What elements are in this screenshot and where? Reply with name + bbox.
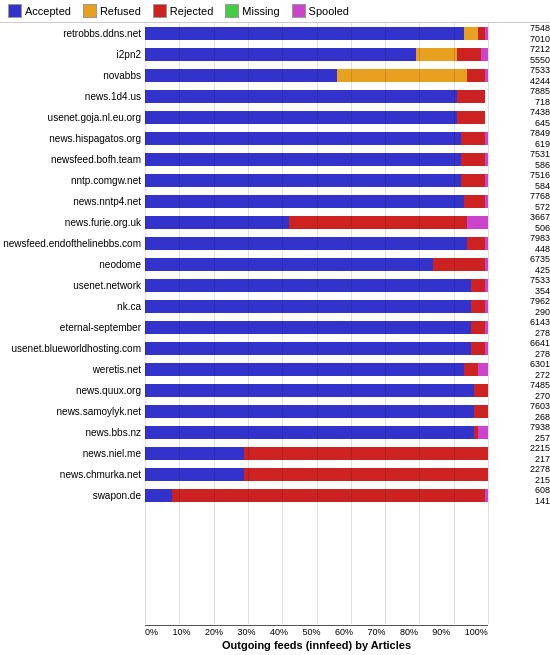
legend: AcceptedRefusedRejectedMissingSpooled (0, 0, 550, 23)
bar-segment-accepted (145, 90, 457, 103)
val-top: 7603 (530, 401, 550, 411)
grid-line (282, 23, 283, 624)
legend-label-missing: Missing (242, 5, 279, 17)
bar-segment-rejected (474, 384, 488, 397)
row-label: i2pn2 (0, 44, 145, 65)
row-label: newsfeed.bofh.team (0, 149, 145, 170)
row-label: usenet.network (0, 275, 145, 296)
val-bot: 645 (535, 118, 550, 128)
x-tick: 0% (145, 627, 158, 637)
row-values: 7516584 (488, 170, 550, 191)
val-top: 7849 (530, 128, 550, 138)
row-label: news.nntp4.net (0, 191, 145, 212)
x-tick: 80% (400, 627, 418, 637)
bar-segment-rejected (244, 447, 488, 460)
val-bot: 278 (535, 328, 550, 338)
val-top: 7438 (530, 107, 550, 117)
row-label: news.1d4.us (0, 86, 145, 107)
legend-item-missing: Missing (225, 4, 279, 18)
val-bot: 290 (535, 307, 550, 317)
val-top: 7531 (530, 149, 550, 159)
bar-segment-accepted (145, 258, 433, 271)
bar-segment-accepted (145, 363, 464, 376)
bar-segment-rejected (457, 90, 484, 103)
bar-segment-accepted (145, 468, 244, 481)
row-label: newsfeed.endofthelinebbs.com (0, 233, 145, 254)
bar-segment-rejected (474, 405, 488, 418)
bar-segment-accepted (145, 342, 471, 355)
row-label: news.hispagatos.org (0, 128, 145, 149)
val-bot: 718 (535, 97, 550, 107)
bar-segment-accepted (145, 384, 474, 397)
bar-segment-rejected (457, 48, 481, 61)
val-bot: 425 (535, 265, 550, 275)
row-values: 6735425 (488, 254, 550, 275)
row-values: 6143278 (488, 317, 550, 338)
row-label: nk.ca (0, 296, 145, 317)
row-label: news.chmurka.net (0, 464, 145, 485)
bar-segment-rejected (471, 279, 485, 292)
row-label: nntp.comgw.net (0, 170, 145, 191)
legend-item-spooled: Spooled (292, 4, 349, 18)
val-bot: 448 (535, 244, 550, 254)
bar-segment-rejected (467, 69, 484, 82)
bar-segment-accepted (145, 489, 172, 502)
val-bot: 4244 (530, 76, 550, 86)
grid-line (385, 23, 386, 624)
val-bot: 354 (535, 286, 550, 296)
bar-segment-spooled (478, 363, 488, 376)
row-values: 2215217 (488, 443, 550, 464)
row-values: 6641278 (488, 338, 550, 359)
val-bot: 272 (535, 370, 550, 380)
x-tick: 90% (432, 627, 450, 637)
bar-segment-rejected (467, 237, 484, 250)
bar-segment-rejected (244, 468, 488, 481)
bar-segment-rejected (464, 195, 485, 208)
x-tick: 60% (335, 627, 353, 637)
val-top: 6301 (530, 359, 550, 369)
val-bot: 5550 (530, 55, 550, 65)
x-tick: 20% (205, 627, 223, 637)
bar-segment-rejected (433, 258, 484, 271)
bar-segment-rejected (471, 300, 485, 313)
x-axis-label: Outgoing feeds (innfeed) by Articles (145, 639, 488, 651)
bar-segment-accepted (145, 300, 471, 313)
row-label: eternal-september (0, 317, 145, 338)
values-column: 7548701072125550753342447885718743864578… (488, 23, 550, 624)
bar-segment-rejected (471, 342, 485, 355)
row-values: 7603268 (488, 401, 550, 422)
row-values: 7531586 (488, 149, 550, 170)
val-bot: 257 (535, 433, 550, 443)
bar-segment-rejected (464, 363, 478, 376)
x-tick: 10% (172, 627, 190, 637)
row-values: 2278215 (488, 464, 550, 485)
bar-segment-refused (416, 48, 457, 61)
row-label: weretis.net (0, 359, 145, 380)
val-top: 7938 (530, 422, 550, 432)
row-values: 7485270 (488, 380, 550, 401)
bars-column (145, 23, 488, 624)
val-top: 2215 (530, 443, 550, 453)
val-top: 6641 (530, 338, 550, 348)
val-bot: 141 (535, 496, 550, 506)
legend-label-spooled: Spooled (309, 5, 349, 17)
grid-line (488, 23, 489, 624)
val-top: 2278 (530, 464, 550, 474)
bar-segment-accepted (145, 111, 457, 124)
legend-item-refused: Refused (83, 4, 141, 18)
row-label: news.bbs.nz (0, 422, 145, 443)
bar-segment-accepted (145, 216, 289, 229)
row-values: 608141 (488, 485, 550, 506)
row-label: news.furie.org.uk (0, 212, 145, 233)
bar-segment-accepted (145, 132, 461, 145)
bar-segment-accepted (145, 174, 461, 187)
val-top: 7533 (530, 65, 550, 75)
bar-segment-rejected (471, 321, 485, 334)
val-top: 6735 (530, 254, 550, 264)
row-values: 75334244 (488, 65, 550, 86)
row-values: 7768572 (488, 191, 550, 212)
bar-segment-accepted (145, 27, 464, 40)
bar-segment-accepted (145, 447, 244, 460)
chart-container: AcceptedRefusedRejectedMissingSpooled re… (0, 0, 550, 655)
bar-segment-rejected (461, 132, 485, 145)
